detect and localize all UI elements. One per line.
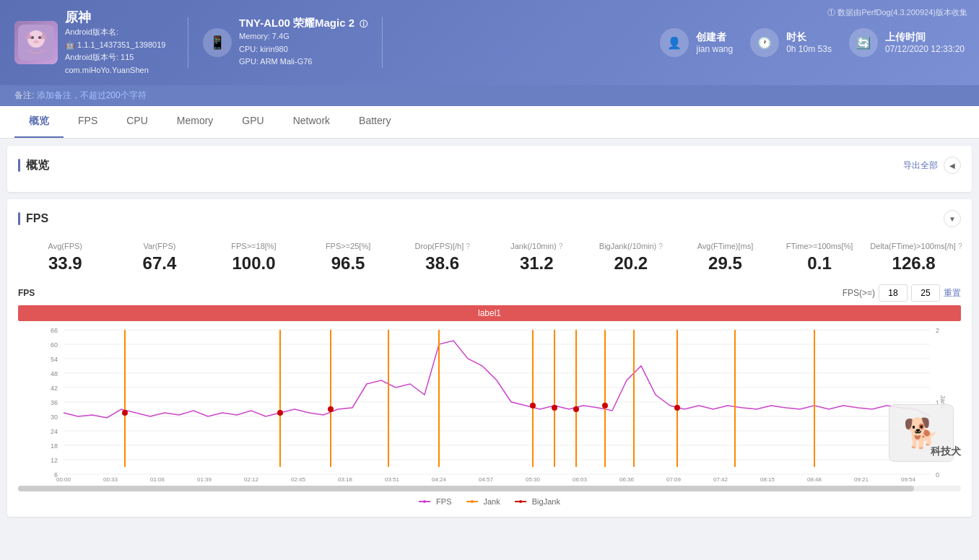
- note-bar: 备注: 添加备注，不超过200个字符: [0, 85, 979, 106]
- legend-jank-icon: [466, 499, 481, 504]
- nav-tabs: 概览 FPS CPU Memory GPU Network Battery: [0, 106, 979, 139]
- fps-chart-svg-wrapper: 66 60 54 48 42 36 30 24 18 12 6 2 1 0 Ja…: [18, 323, 961, 484]
- fps-ge-controls: FPS(>=) 重置: [843, 284, 961, 302]
- svg-text:18: 18: [51, 442, 58, 450]
- legend-bigjank-icon: [515, 499, 529, 504]
- fps-header: FPS ▼: [18, 210, 961, 227]
- svg-text:60: 60: [51, 341, 58, 349]
- svg-text:00:00: 00:00: [56, 476, 71, 481]
- fps-stat-1: Var(FPS) 67.4: [113, 238, 207, 277]
- fps-collapse-button[interactable]: ▼: [944, 210, 961, 227]
- chart-y-label: FPS: [18, 288, 35, 298]
- legend-fps: FPS: [419, 497, 451, 506]
- upload-text: 上传时间 07/12/2020 12:33:20: [885, 31, 965, 54]
- fps-title: FPS: [18, 212, 48, 225]
- tab-overview[interactable]: 概览: [14, 106, 64, 138]
- svg-text:07:42: 07:42: [713, 476, 728, 481]
- chart-label-bar: label1: [18, 305, 961, 321]
- app-android-number: Android版本号: 115: [65, 51, 165, 64]
- fps-chart-container: FPS FPS(>=) 重置 label1: [18, 284, 961, 506]
- svg-text:09:21: 09:21: [854, 476, 869, 481]
- legend-fps-label: FPS: [436, 497, 451, 506]
- app-avatar-image: [14, 21, 58, 64]
- stat-value-4: 38.6: [399, 253, 486, 274]
- fps-ge-input-2[interactable]: [911, 284, 940, 302]
- fps-ge-input-1[interactable]: [879, 284, 908, 302]
- stat-label-0: Avg(FPS): [22, 242, 109, 250]
- watermark: 科技犬: [931, 445, 961, 458]
- header: 原神 Android版本名: 🤖 1.1.1_1437351_1398019 A…: [0, 0, 979, 85]
- svg-text:03:51: 03:51: [385, 476, 400, 481]
- duration-value: 0h 10m 53s: [786, 44, 832, 54]
- legend-fps-icon: [419, 499, 433, 504]
- fps-reset-button[interactable]: 重置: [944, 287, 961, 299]
- fps-stat-2: FPS>=18[%] 100.0: [206, 238, 301, 277]
- svg-text:36: 36: [51, 399, 58, 406]
- bigjank-dot: [530, 403, 536, 408]
- stat-value-6: 20.2: [588, 253, 675, 274]
- duration-label: 时长: [786, 31, 832, 44]
- svg-text:12: 12: [51, 457, 58, 464]
- duration-stat: 🕐 时长 0h 10m 53s: [750, 28, 832, 57]
- note-label: 备注:: [14, 90, 34, 100]
- svg-point-58: [519, 500, 522, 503]
- device-info: 📱 TNY-AL00 荣耀Magic 2 ⓘ Memory: 7.4G CPU:…: [203, 17, 367, 69]
- svg-point-54: [423, 500, 426, 503]
- legend-jank: Jank: [466, 497, 500, 506]
- export-button[interactable]: 导出全部: [903, 159, 938, 172]
- app-avatar: [14, 21, 58, 64]
- overview-title: 概览: [18, 158, 49, 173]
- scrollbar-thumb[interactable]: [18, 486, 914, 491]
- svg-text:04:57: 04:57: [479, 476, 494, 481]
- tab-network[interactable]: Network: [279, 106, 344, 138]
- app-text-block: 原神 Android版本名: 🤖 1.1.1_1437351_1398019 A…: [65, 9, 165, 76]
- stat-label-7: Avg(FTime)[ms]: [682, 242, 769, 250]
- stat-value-7: 29.5: [682, 253, 769, 274]
- svg-text:09:54: 09:54: [901, 476, 916, 481]
- note-input[interactable]: 添加备注，不超过200个字符: [37, 90, 147, 100]
- fps-chart-svg: 66 60 54 48 42 36 30 24 18 12 6 2 1 0 Ja…: [18, 323, 961, 481]
- svg-text:54: 54: [51, 356, 58, 363]
- overview-title-text: 概览: [26, 158, 49, 173]
- stat-label-4: Drop(FPS)[/h] ?: [399, 242, 486, 250]
- upload-icon: 🔄: [849, 28, 878, 57]
- title-bar-decoration: [18, 159, 20, 172]
- stat-label-9: Delta(FTime)>100ms[/h] ?: [870, 242, 957, 250]
- device-cpu: CPU: kirin980: [239, 43, 367, 56]
- tab-gpu[interactable]: GPU: [227, 106, 278, 138]
- stat-label-1: Var(FPS): [116, 242, 204, 250]
- svg-point-5: [38, 36, 41, 39]
- svg-text:00:33: 00:33: [103, 476, 118, 481]
- tab-battery[interactable]: Battery: [344, 106, 405, 138]
- app-name: 原神: [65, 9, 165, 26]
- stat-label-3: FPS>=25[%]: [305, 242, 392, 250]
- tab-cpu[interactable]: CPU: [112, 106, 162, 138]
- svg-text:06:03: 06:03: [573, 476, 588, 481]
- creator-label: 创建者: [696, 31, 733, 44]
- bigjank-dot: [602, 403, 608, 408]
- stat-value-0: 33.9: [22, 253, 109, 274]
- svg-text:66: 66: [51, 327, 58, 334]
- svg-point-6: [33, 40, 39, 43]
- duration-text: 时长 0h 10m 53s: [786, 31, 832, 54]
- tab-fps[interactable]: FPS: [64, 106, 112, 138]
- device-name: TNY-AL00 荣耀Magic 2 ⓘ: [239, 17, 367, 30]
- svg-point-56: [471, 500, 474, 503]
- creator-value: jian wang: [696, 44, 733, 54]
- overview-section: 概览 导出全部 ◀: [7, 146, 972, 192]
- tab-memory[interactable]: Memory: [162, 106, 228, 138]
- overview-collapse-button[interactable]: ◀: [944, 157, 961, 174]
- stat-label-5: Jank(/10min) ?: [493, 242, 580, 250]
- header-stats: 👤 创建者 jian wang 🕐 时长 0h 10m 53s 🔄 上传时间 0…: [660, 28, 965, 57]
- bigjank-dot: [552, 405, 557, 411]
- svg-text:24: 24: [51, 428, 58, 435]
- fps-stat-6: BigJank(/10min) ? 20.2: [584, 238, 679, 277]
- svg-text:02:45: 02:45: [291, 476, 306, 481]
- svg-text:08:15: 08:15: [760, 476, 775, 481]
- bigjank-dot: [573, 406, 579, 412]
- stat-label-6: BigJank(/10min) ?: [588, 242, 675, 250]
- chart-scrollbar[interactable]: [18, 486, 961, 491]
- device-icon: 📱: [203, 28, 232, 57]
- svg-text:08:48: 08:48: [807, 476, 822, 481]
- bigjank-dot: [277, 410, 283, 416]
